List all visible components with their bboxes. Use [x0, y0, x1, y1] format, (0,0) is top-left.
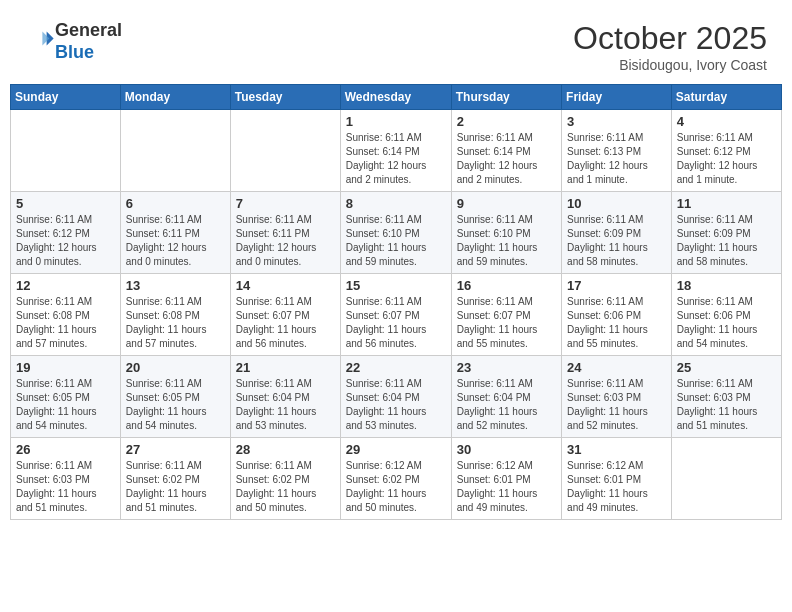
calendar-cell: 22Sunrise: 6:11 AM Sunset: 6:04 PM Dayli… — [340, 356, 451, 438]
day-number: 4 — [677, 114, 776, 129]
calendar-cell: 30Sunrise: 6:12 AM Sunset: 6:01 PM Dayli… — [451, 438, 561, 520]
title-block: October 2025 Bisidougou, Ivory Coast — [573, 20, 767, 73]
calendar-cell: 5Sunrise: 6:11 AM Sunset: 6:12 PM Daylig… — [11, 192, 121, 274]
calendar-cell: 3Sunrise: 6:11 AM Sunset: 6:13 PM Daylig… — [562, 110, 672, 192]
calendar-cell: 25Sunrise: 6:11 AM Sunset: 6:03 PM Dayli… — [671, 356, 781, 438]
calendar-cell: 21Sunrise: 6:11 AM Sunset: 6:04 PM Dayli… — [230, 356, 340, 438]
logo: General Blue — [25, 20, 122, 63]
calendar-week: 1Sunrise: 6:11 AM Sunset: 6:14 PM Daylig… — [11, 110, 782, 192]
day-info: Sunrise: 6:11 AM Sunset: 6:03 PM Dayligh… — [677, 377, 776, 433]
day-info: Sunrise: 6:11 AM Sunset: 6:14 PM Dayligh… — [346, 131, 446, 187]
calendar-cell — [11, 110, 121, 192]
dow-header: Monday — [120, 85, 230, 110]
day-info: Sunrise: 6:11 AM Sunset: 6:02 PM Dayligh… — [126, 459, 225, 515]
calendar-cell: 19Sunrise: 6:11 AM Sunset: 6:05 PM Dayli… — [11, 356, 121, 438]
day-info: Sunrise: 6:11 AM Sunset: 6:11 PM Dayligh… — [126, 213, 225, 269]
day-info: Sunrise: 6:11 AM Sunset: 6:04 PM Dayligh… — [457, 377, 556, 433]
calendar-cell: 16Sunrise: 6:11 AM Sunset: 6:07 PM Dayli… — [451, 274, 561, 356]
calendar-cell: 6Sunrise: 6:11 AM Sunset: 6:11 PM Daylig… — [120, 192, 230, 274]
day-number: 10 — [567, 196, 666, 211]
day-number: 5 — [16, 196, 115, 211]
day-number: 6 — [126, 196, 225, 211]
calendar-week: 5Sunrise: 6:11 AM Sunset: 6:12 PM Daylig… — [11, 192, 782, 274]
day-info: Sunrise: 6:11 AM Sunset: 6:03 PM Dayligh… — [16, 459, 115, 515]
day-info: Sunrise: 6:12 AM Sunset: 6:01 PM Dayligh… — [457, 459, 556, 515]
calendar-cell: 2Sunrise: 6:11 AM Sunset: 6:14 PM Daylig… — [451, 110, 561, 192]
day-info: Sunrise: 6:11 AM Sunset: 6:10 PM Dayligh… — [346, 213, 446, 269]
calendar-cell — [230, 110, 340, 192]
calendar-week: 26Sunrise: 6:11 AM Sunset: 6:03 PM Dayli… — [11, 438, 782, 520]
day-number: 31 — [567, 442, 666, 457]
calendar-cell: 15Sunrise: 6:11 AM Sunset: 6:07 PM Dayli… — [340, 274, 451, 356]
calendar-cell: 10Sunrise: 6:11 AM Sunset: 6:09 PM Dayli… — [562, 192, 672, 274]
day-info: Sunrise: 6:11 AM Sunset: 6:02 PM Dayligh… — [236, 459, 335, 515]
day-number: 9 — [457, 196, 556, 211]
day-info: Sunrise: 6:11 AM Sunset: 6:05 PM Dayligh… — [126, 377, 225, 433]
day-info: Sunrise: 6:11 AM Sunset: 6:04 PM Dayligh… — [346, 377, 446, 433]
day-info: Sunrise: 6:11 AM Sunset: 6:12 PM Dayligh… — [16, 213, 115, 269]
day-info: Sunrise: 6:11 AM Sunset: 6:07 PM Dayligh… — [346, 295, 446, 351]
page-header: General Blue October 2025 Bisidougou, Iv… — [10, 10, 782, 78]
dow-header: Sunday — [11, 85, 121, 110]
calendar-cell — [671, 438, 781, 520]
day-info: Sunrise: 6:11 AM Sunset: 6:09 PM Dayligh… — [677, 213, 776, 269]
dow-header: Saturday — [671, 85, 781, 110]
day-number: 2 — [457, 114, 556, 129]
calendar-cell: 23Sunrise: 6:11 AM Sunset: 6:04 PM Dayli… — [451, 356, 561, 438]
day-number: 14 — [236, 278, 335, 293]
calendar-cell: 20Sunrise: 6:11 AM Sunset: 6:05 PM Dayli… — [120, 356, 230, 438]
day-number: 27 — [126, 442, 225, 457]
day-info: Sunrise: 6:12 AM Sunset: 6:02 PM Dayligh… — [346, 459, 446, 515]
day-info: Sunrise: 6:11 AM Sunset: 6:11 PM Dayligh… — [236, 213, 335, 269]
calendar-table: SundayMondayTuesdayWednesdayThursdayFrid… — [10, 84, 782, 520]
day-number: 21 — [236, 360, 335, 375]
day-info: Sunrise: 6:11 AM Sunset: 6:08 PM Dayligh… — [126, 295, 225, 351]
calendar-cell — [120, 110, 230, 192]
day-info: Sunrise: 6:12 AM Sunset: 6:01 PM Dayligh… — [567, 459, 666, 515]
day-number: 17 — [567, 278, 666, 293]
day-number: 28 — [236, 442, 335, 457]
day-info: Sunrise: 6:11 AM Sunset: 6:07 PM Dayligh… — [236, 295, 335, 351]
calendar-cell: 28Sunrise: 6:11 AM Sunset: 6:02 PM Dayli… — [230, 438, 340, 520]
calendar-cell: 26Sunrise: 6:11 AM Sunset: 6:03 PM Dayli… — [11, 438, 121, 520]
day-number: 7 — [236, 196, 335, 211]
calendar-cell: 7Sunrise: 6:11 AM Sunset: 6:11 PM Daylig… — [230, 192, 340, 274]
day-info: Sunrise: 6:11 AM Sunset: 6:05 PM Dayligh… — [16, 377, 115, 433]
day-number: 29 — [346, 442, 446, 457]
day-number: 12 — [16, 278, 115, 293]
calendar-cell: 31Sunrise: 6:12 AM Sunset: 6:01 PM Dayli… — [562, 438, 672, 520]
day-number: 20 — [126, 360, 225, 375]
calendar-cell: 24Sunrise: 6:11 AM Sunset: 6:03 PM Dayli… — [562, 356, 672, 438]
calendar-cell: 8Sunrise: 6:11 AM Sunset: 6:10 PM Daylig… — [340, 192, 451, 274]
calendar-cell: 11Sunrise: 6:11 AM Sunset: 6:09 PM Dayli… — [671, 192, 781, 274]
day-number: 24 — [567, 360, 666, 375]
day-info: Sunrise: 6:11 AM Sunset: 6:13 PM Dayligh… — [567, 131, 666, 187]
location: Bisidougou, Ivory Coast — [573, 57, 767, 73]
day-number: 26 — [16, 442, 115, 457]
day-number: 3 — [567, 114, 666, 129]
calendar-cell: 18Sunrise: 6:11 AM Sunset: 6:06 PM Dayli… — [671, 274, 781, 356]
day-info: Sunrise: 6:11 AM Sunset: 6:06 PM Dayligh… — [567, 295, 666, 351]
day-info: Sunrise: 6:11 AM Sunset: 6:14 PM Dayligh… — [457, 131, 556, 187]
day-number: 11 — [677, 196, 776, 211]
day-info: Sunrise: 6:11 AM Sunset: 6:07 PM Dayligh… — [457, 295, 556, 351]
day-info: Sunrise: 6:11 AM Sunset: 6:06 PM Dayligh… — [677, 295, 776, 351]
day-number: 25 — [677, 360, 776, 375]
day-info: Sunrise: 6:11 AM Sunset: 6:08 PM Dayligh… — [16, 295, 115, 351]
calendar-cell: 12Sunrise: 6:11 AM Sunset: 6:08 PM Dayli… — [11, 274, 121, 356]
dow-header: Thursday — [451, 85, 561, 110]
calendar-cell: 4Sunrise: 6:11 AM Sunset: 6:12 PM Daylig… — [671, 110, 781, 192]
dow-header: Friday — [562, 85, 672, 110]
day-info: Sunrise: 6:11 AM Sunset: 6:03 PM Dayligh… — [567, 377, 666, 433]
calendar-cell: 1Sunrise: 6:11 AM Sunset: 6:14 PM Daylig… — [340, 110, 451, 192]
day-info: Sunrise: 6:11 AM Sunset: 6:04 PM Dayligh… — [236, 377, 335, 433]
calendar-cell: 9Sunrise: 6:11 AM Sunset: 6:10 PM Daylig… — [451, 192, 561, 274]
day-number: 22 — [346, 360, 446, 375]
day-number: 1 — [346, 114, 446, 129]
day-number: 13 — [126, 278, 225, 293]
day-of-week-header: SundayMondayTuesdayWednesdayThursdayFrid… — [11, 85, 782, 110]
logo-icon — [27, 26, 55, 54]
day-number: 8 — [346, 196, 446, 211]
day-info: Sunrise: 6:11 AM Sunset: 6:09 PM Dayligh… — [567, 213, 666, 269]
calendar-cell: 13Sunrise: 6:11 AM Sunset: 6:08 PM Dayli… — [120, 274, 230, 356]
